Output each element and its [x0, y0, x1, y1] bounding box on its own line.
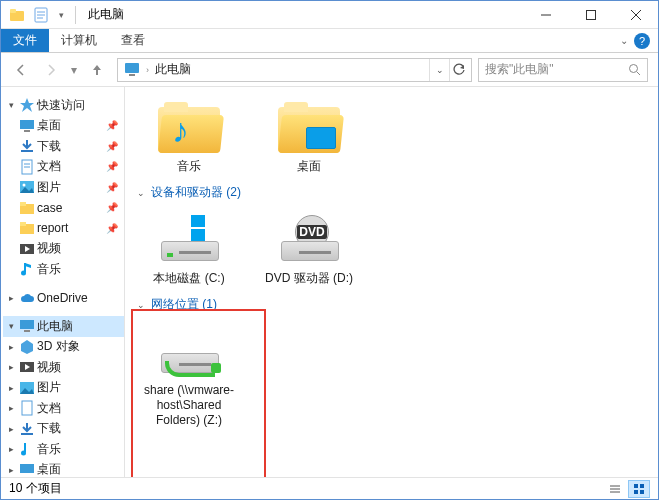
folder-icon — [19, 220, 35, 236]
chevron-right-icon[interactable]: ▸ — [5, 383, 17, 393]
forward-button[interactable] — [37, 57, 65, 83]
view-details-button[interactable] — [604, 480, 626, 498]
item-local-disk[interactable]: 本地磁盘 (C:) — [141, 211, 237, 286]
download-icon — [19, 138, 35, 154]
svg-marker-14 — [20, 98, 34, 112]
tree-item-3d[interactable]: ▸3D 对象 — [3, 337, 124, 358]
tree-label: 快速访问 — [37, 97, 85, 114]
tree-item-videos[interactable]: 视频 — [3, 239, 124, 260]
status-count: 10 个项目 — [9, 480, 62, 497]
svg-point-22 — [23, 184, 26, 187]
nav-bar: ▾ › 此电脑 ⌄ 搜索"此电脑" — [1, 53, 658, 87]
tree-item-pictures[interactable]: 图片📌 — [3, 177, 124, 198]
tree-item-desktop[interactable]: 桌面📌 — [3, 116, 124, 137]
tree-label: 文档 — [37, 400, 61, 417]
chevron-down-icon[interactable]: ▾ — [5, 321, 17, 331]
pin-icon: 📌 — [106, 202, 124, 213]
minimize-button[interactable] — [523, 1, 568, 29]
section-network[interactable]: ⌄网络位置 (1) — [137, 296, 650, 313]
back-button[interactable] — [7, 57, 35, 83]
address-bar[interactable]: › 此电脑 ⌄ — [117, 58, 472, 82]
item-network-share[interactable]: share (\\vmware-host\Shared Folders) (Z:… — [141, 323, 237, 428]
svg-rect-26 — [20, 222, 26, 226]
tree-label: 图片 — [37, 379, 61, 396]
pin-icon: 📌 — [106, 223, 124, 234]
tab-view[interactable]: 查看 — [109, 29, 157, 52]
document-icon — [19, 159, 35, 175]
tree-this-pc[interactable]: ▾此电脑 — [3, 316, 124, 337]
item-dvd-drive[interactable]: DVD DVD 驱动器 (D:) — [261, 211, 357, 286]
tree-label: 下载 — [37, 138, 61, 155]
maximize-button[interactable] — [568, 1, 613, 29]
ribbon-collapse-icon[interactable]: ⌄ — [620, 35, 628, 46]
recent-dropdown-icon[interactable]: ▾ — [67, 57, 81, 83]
help-icon[interactable]: ? — [634, 33, 650, 49]
qat-folder-icon[interactable] — [7, 5, 27, 25]
address-dropdown-icon[interactable]: ⌄ — [429, 59, 449, 81]
search-input[interactable]: 搜索"此电脑" — [478, 58, 648, 82]
svg-rect-10 — [125, 63, 139, 73]
item-desktop-folder[interactable]: 桌面 — [261, 99, 357, 174]
folder-desktop-icon — [278, 101, 340, 153]
chevron-down-icon[interactable]: ▾ — [5, 100, 17, 110]
svg-rect-16 — [24, 130, 30, 132]
chevron-right-icon[interactable]: ▸ — [5, 362, 17, 372]
section-devices[interactable]: ⌄设备和驱动器 (2) — [137, 184, 650, 201]
svg-point-29 — [21, 271, 26, 276]
star-icon — [19, 97, 35, 113]
refresh-button[interactable] — [449, 59, 469, 81]
chevron-right-icon[interactable]: ▸ — [5, 403, 17, 413]
tree-item-videos2[interactable]: ▸视频 — [3, 357, 124, 378]
tree-item-pictures2[interactable]: ▸图片 — [3, 378, 124, 399]
svg-rect-1 — [10, 9, 16, 13]
tab-file[interactable]: 文件 — [1, 29, 49, 52]
separator — [75, 6, 76, 24]
tree-label: OneDrive — [37, 291, 88, 305]
item-music-folder[interactable]: ♪ 音乐 — [141, 99, 237, 174]
tree-label: 文档 — [37, 158, 61, 175]
folder-music-icon: ♪ — [158, 101, 220, 153]
chevron-right-icon[interactable]: ▸ — [5, 293, 17, 303]
tree-item-documents2[interactable]: ▸文档 — [3, 398, 124, 419]
svg-rect-31 — [24, 330, 30, 332]
close-button[interactable] — [613, 1, 658, 29]
video-icon — [19, 359, 35, 375]
tree-quick-access[interactable]: ▾ 快速访问 — [3, 95, 124, 116]
tree-item-music[interactable]: 音乐 — [3, 259, 124, 280]
svg-rect-45 — [634, 490, 638, 494]
svg-rect-43 — [634, 484, 638, 488]
qat-properties-icon[interactable] — [31, 5, 51, 25]
qat-dropdown-icon[interactable]: ▾ — [55, 5, 67, 25]
pin-icon: 📌 — [106, 141, 124, 152]
tree-item-case[interactable]: case📌 — [3, 198, 124, 219]
chevron-right-icon[interactable]: ▸ — [5, 444, 17, 454]
svg-rect-7 — [586, 10, 595, 19]
tab-computer[interactable]: 计算机 — [49, 29, 109, 52]
content-pane[interactable]: ♪ 音乐 桌面 ⌄设备和驱动器 (2) 本地磁盘 (C:) DVD DVD 驱动… — [125, 87, 658, 479]
tree-onedrive[interactable]: ▸OneDrive — [3, 288, 124, 309]
chevron-right-icon[interactable]: ▸ — [5, 342, 17, 352]
tree-label: 视频 — [37, 240, 61, 257]
svg-marker-32 — [21, 340, 33, 354]
tree-item-music2[interactable]: ▸音乐 — [3, 439, 124, 460]
up-button[interactable] — [83, 57, 111, 83]
nav-tree[interactable]: ▾ 快速访问 桌面📌 下载📌 文档📌 图片📌 case📌 report📌 视频 … — [1, 87, 125, 479]
tree-item-downloads[interactable]: 下载📌 — [3, 136, 124, 157]
tree-item-downloads2[interactable]: ▸下载 — [3, 419, 124, 440]
titlebar: ▾ 此电脑 — [1, 1, 658, 29]
picture-icon — [19, 179, 35, 195]
view-large-icons-button[interactable] — [628, 480, 650, 498]
pc-icon — [19, 318, 35, 334]
svg-rect-24 — [20, 202, 26, 206]
chevron-right-icon[interactable]: ▸ — [5, 465, 17, 475]
address-text: 此电脑 — [149, 61, 197, 78]
tree-item-documents[interactable]: 文档📌 — [3, 157, 124, 178]
dvd-drive-icon: DVD — [277, 215, 341, 263]
folder-icon — [19, 200, 35, 216]
search-icon — [628, 63, 641, 76]
tree-item-report[interactable]: report📌 — [3, 218, 124, 239]
svg-rect-39 — [20, 464, 34, 473]
chevron-down-icon[interactable]: ⌄ — [137, 188, 145, 198]
chevron-down-icon[interactable]: ⌄ — [137, 300, 145, 310]
chevron-right-icon[interactable]: ▸ — [5, 424, 17, 434]
